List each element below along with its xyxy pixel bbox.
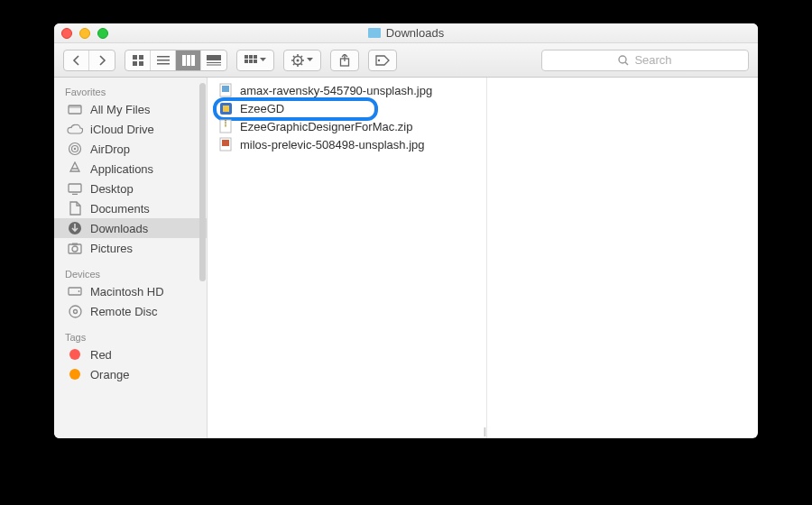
svg-point-20: [297, 59, 300, 61]
remote-disc-icon: [67, 304, 83, 318]
svg-rect-54: [220, 120, 231, 133]
sidebar-item-downloads[interactable]: Downloads: [54, 218, 207, 238]
window-title-text: Downloads: [386, 26, 444, 40]
svg-rect-8: [187, 55, 190, 66]
search-field[interactable]: Search: [541, 50, 749, 71]
search-icon: [618, 55, 629, 66]
sidebar-item-label: Macintosh HD: [90, 285, 164, 298]
tag-orange-icon: [67, 367, 83, 381]
svg-rect-16: [245, 60, 248, 63]
svg-rect-35: [69, 106, 81, 108]
sidebar-scrollbar[interactable]: [199, 83, 206, 281]
tag-red-icon: [67, 347, 83, 362]
column-resize-handle[interactable]: ||: [484, 427, 484, 436]
finder-window: Downloads: [54, 23, 758, 438]
svg-rect-14: [249, 55, 253, 59]
svg-line-26: [301, 63, 302, 64]
sidebar-item-label: Documents: [90, 202, 150, 216]
window-body: Favorites All My Files iCloud Drive AirD…: [54, 78, 758, 438]
applications-icon: [67, 161, 83, 176]
file-name: milos-prelevic-508498-unsplash.jpg: [240, 138, 425, 152]
svg-rect-3: [139, 61, 143, 66]
airdrop-icon: [67, 142, 83, 156]
sidebar-item-icloud[interactable]: iCloud Drive: [54, 119, 207, 139]
sidebar-item-applications[interactable]: Applications: [54, 159, 207, 179]
sidebar-item-label: All My Files: [90, 103, 150, 116]
traffic-lights: [61, 28, 108, 39]
file-row[interactable]: amax-ravensky-545790-unsplash.jpg: [208, 81, 486, 99]
svg-rect-0: [133, 55, 137, 60]
sidebar-item-documents[interactable]: Documents: [54, 198, 207, 218]
titlebar: Downloads: [54, 23, 758, 43]
window-title: Downloads: [54, 26, 758, 40]
zoom-button[interactable]: [97, 28, 108, 39]
svg-line-27: [301, 56, 302, 57]
svg-rect-10: [207, 55, 221, 60]
file-name: amax-ravensky-545790-unsplash.jpg: [240, 84, 432, 97]
file-name: EzeeGraphicDesignerForMac.zip: [240, 120, 412, 133]
svg-rect-5: [157, 60, 170, 61]
sidebar-item-label: Pictures: [90, 242, 133, 255]
svg-rect-57: [222, 140, 229, 146]
coverflow-view-button[interactable]: [201, 50, 226, 70]
view-mode-buttons: [125, 50, 227, 71]
svg-line-33: [625, 62, 628, 65]
svg-point-32: [619, 56, 626, 63]
image-file-icon: [218, 83, 233, 97]
svg-point-47: [78, 290, 80, 292]
file-name: EzeeGD: [240, 102, 284, 115]
minimize-button[interactable]: [79, 28, 90, 39]
column-view-button[interactable]: [176, 50, 201, 70]
action-button[interactable]: [284, 50, 320, 70]
svg-line-25: [293, 56, 294, 57]
svg-rect-51: [222, 86, 229, 92]
sidebar-item-airdrop[interactable]: AirDrop: [54, 139, 207, 159]
svg-line-28: [293, 63, 294, 64]
sidebar-item-macintosh-hd[interactable]: Macintosh HD: [54, 281, 207, 301]
toolbar: Search: [54, 43, 758, 78]
svg-rect-18: [254, 60, 257, 63]
sidebar-item-desktop[interactable]: Desktop: [54, 179, 207, 198]
svg-rect-6: [157, 63, 170, 65]
all-my-files-icon: [67, 102, 83, 116]
sidebar-item-pictures[interactable]: Pictures: [54, 238, 207, 258]
file-row[interactable]: milos-prelevic-508498-unsplash.jpg: [208, 135, 486, 153]
list-view-button[interactable]: [151, 50, 176, 70]
tags-button[interactable]: [368, 50, 397, 71]
preview-column: [487, 78, 758, 438]
sidebar-section-tags: Tags: [54, 328, 207, 344]
arrange-button[interactable]: [237, 50, 273, 70]
sidebar-item-all-my-files[interactable]: All My Files: [54, 99, 207, 119]
svg-point-49: [73, 309, 77, 313]
svg-rect-4: [157, 56, 170, 58]
close-button[interactable]: [61, 28, 72, 39]
sidebar-item-label: Downloads: [90, 222, 148, 235]
sidebar: Favorites All My Files iCloud Drive AirD…: [54, 78, 208, 438]
file-row[interactable]: EzeeGraphicDesignerForMac.zip: [208, 117, 486, 135]
zip-file-icon: [218, 119, 233, 133]
svg-rect-17: [249, 60, 253, 63]
svg-rect-12: [207, 64, 221, 65]
search-placeholder: Search: [634, 53, 671, 67]
svg-point-48: [69, 306, 81, 317]
sidebar-section-devices: Devices: [54, 265, 207, 281]
sidebar-item-remote-disc[interactable]: Remote Disc: [54, 301, 207, 321]
sidebar-item-label: Red: [90, 348, 112, 362]
action-group: [283, 50, 321, 71]
file-row[interactable]: EzeeGD: [208, 99, 486, 117]
forward-button[interactable]: [89, 50, 115, 70]
sidebar-item-tag-red[interactable]: Red: [54, 344, 207, 364]
svg-point-44: [72, 246, 78, 252]
svg-rect-7: [182, 55, 186, 66]
sidebar-item-label: AirDrop: [90, 142, 130, 156]
icon-view-button[interactable]: [125, 50, 151, 70]
svg-rect-13: [245, 55, 248, 59]
back-button[interactable]: [64, 50, 89, 70]
sidebar-item-label: Desktop: [90, 182, 134, 196]
sidebar-item-tag-orange[interactable]: Orange: [54, 364, 207, 384]
pictures-icon: [67, 241, 83, 255]
sidebar-item-label: iCloud Drive: [90, 123, 154, 136]
share-button[interactable]: [330, 50, 359, 71]
sidebar-item-label: Orange: [90, 368, 129, 381]
sidebar-item-label: Applications: [90, 162, 153, 176]
